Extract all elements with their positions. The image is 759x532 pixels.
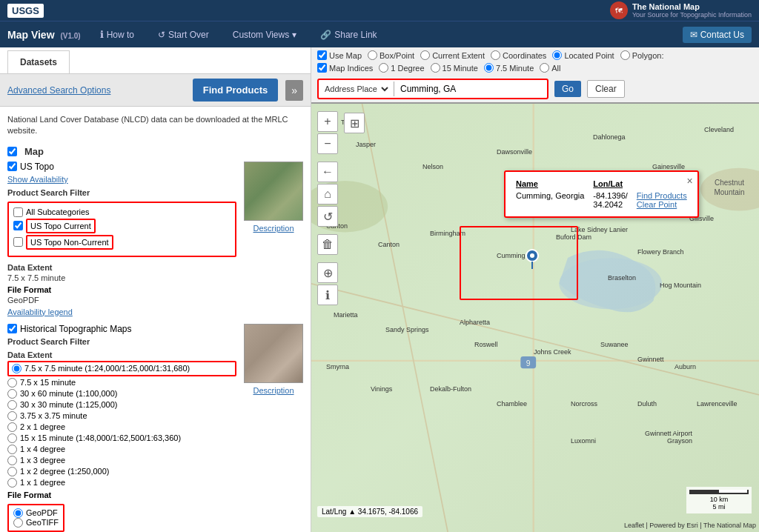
coordinates-radio-label: Coordinates bbox=[491, 50, 546, 60]
panel-content: National Land Cover Database (NLCD) data… bbox=[0, 107, 311, 532]
zoom-out-button[interactable]: − bbox=[317, 133, 338, 154]
lat-lng-toggle[interactable]: Lat/Lng ▲ bbox=[322, 508, 356, 516]
popup-coordinates: -84.1396/ 34.2042 bbox=[589, 190, 632, 210]
polygon-radio[interactable] bbox=[620, 50, 630, 60]
extent-option-0: 7.5 x 7.5 minute (1:24,000/1:25,000/1:31… bbox=[7, 361, 236, 376]
trash-button[interactable]: 🗑 bbox=[317, 234, 338, 255]
all-radio[interactable] bbox=[540, 63, 549, 73]
us-topo-non-current-item: US Topo Non-Current bbox=[13, 235, 231, 250]
popup-table: Name Lon/Lat Cumming, Georgia -84.1396/ … bbox=[511, 178, 692, 210]
15-min-radio-label: 15 Minute bbox=[431, 63, 478, 73]
all-subcategories-checkbox[interactable] bbox=[13, 207, 23, 217]
map-attribution: Leaflet | Powered by Esri | The National… bbox=[624, 522, 756, 529]
map-search-bar: Use Map Box/Point Current Extent Coordin… bbox=[311, 47, 759, 104]
map-search-row-2: Map Indices 1 Degree 15 Minute 7.5 Minut… bbox=[317, 63, 753, 99]
address-search-row: Address Place bbox=[317, 79, 548, 99]
layers-button[interactable]: ⊞ bbox=[344, 113, 365, 133]
geopdf-radio[interactable] bbox=[13, 508, 23, 518]
usgs-header: USGS 🗺 The National Map Your Source for … bbox=[0, 0, 759, 21]
popup-info-box: × Name Lon/Lat Cumming, Georgia bbox=[504, 170, 699, 218]
address-input[interactable] bbox=[397, 82, 546, 96]
us-topo-non-current-checkbox[interactable] bbox=[13, 237, 23, 247]
extent-radio-9[interactable] bbox=[7, 467, 17, 476]
extent-option-4: 3.75 x 3.75 minute bbox=[7, 411, 236, 421]
map-coordinates-bar[interactable]: Lat/Lng ▲ 34.1675, -84.1066 bbox=[317, 506, 422, 517]
us-topo-current-checkbox[interactable] bbox=[13, 221, 23, 230]
geotiff-radio[interactable] bbox=[13, 518, 23, 528]
1-degree-radio[interactable] bbox=[379, 63, 388, 73]
refresh-map-button[interactable]: ↺ bbox=[317, 206, 338, 227]
contact-us-button[interactable]: ✉ Contact Us bbox=[683, 27, 752, 43]
extent-radio-4[interactable] bbox=[7, 411, 17, 421]
coordinates-radio[interactable] bbox=[491, 50, 500, 60]
custom-views-nav-item[interactable]: Custom Views ▾ bbox=[228, 27, 301, 43]
nav-bar: Map View (V1.0) ℹ How to ↺ Start Over Cu… bbox=[0, 21, 759, 47]
scale-bar: 10 km 5 mi bbox=[686, 487, 752, 513]
chevron-down-icon: ▾ bbox=[292, 30, 296, 40]
popup-table-row: Cumming, Georgia -84.1396/ 34.2042 Find … bbox=[511, 190, 692, 210]
show-availability-link[interactable]: Show Availability bbox=[7, 175, 236, 184]
extent-radio-0[interactable] bbox=[12, 364, 21, 373]
extent-radio-1[interactable] bbox=[7, 378, 17, 388]
collapse-panel-button[interactable]: » bbox=[285, 80, 303, 101]
us-topo-checkbox[interactable] bbox=[7, 162, 17, 171]
use-map-checkbox[interactable] bbox=[317, 50, 327, 60]
find-products-button[interactable]: Find Products bbox=[193, 79, 278, 102]
main-layout: Datasets Advanced Search Options Find Pr… bbox=[0, 47, 759, 532]
map-indices-checkbox[interactable] bbox=[317, 63, 327, 73]
map-area[interactable]: 9 Talking Jasper Nelson Dawsonville bbox=[311, 104, 759, 532]
map-section-checkbox[interactable] bbox=[7, 147, 17, 156]
extent-option-1: 7.5 x 15 minute bbox=[7, 378, 236, 388]
home-button[interactable]: ⌂ bbox=[317, 184, 338, 205]
datasets-tab-button[interactable]: Datasets bbox=[7, 50, 70, 73]
15-min-radio[interactable] bbox=[431, 63, 440, 73]
left-panel: Datasets Advanced Search Options Find Pr… bbox=[0, 47, 311, 532]
extent-radio-2[interactable] bbox=[7, 389, 17, 399]
share-link-nav-item[interactable]: 🔗 Share Link bbox=[316, 27, 381, 43]
extent-radio-10[interactable] bbox=[7, 478, 17, 488]
extent-radio-6[interactable] bbox=[7, 433, 17, 443]
right-panel: Use Map Box/Point Current Extent Coordin… bbox=[311, 47, 759, 532]
product-search-filter-2-label: Product Search Filter bbox=[7, 337, 236, 346]
how-to-nav-item[interactable]: ℹ How to bbox=[96, 26, 139, 43]
extent-option-3: 30 x 30 minute (1:125,000) bbox=[7, 400, 236, 410]
availability-legend-link[interactable]: Availability legend bbox=[7, 307, 236, 316]
popup-close-button[interactable]: × bbox=[687, 175, 693, 187]
description-link-1[interactable]: Description bbox=[253, 224, 294, 233]
use-map-checkbox-label: Use Map bbox=[317, 50, 362, 60]
address-divider bbox=[394, 82, 394, 96]
start-over-nav-item[interactable]: ↺ Start Over bbox=[153, 27, 213, 43]
map-controls: + − ← ⌂ ↺ 🗑 ⊕ ℹ ⊞ bbox=[317, 111, 338, 305]
advanced-search-link[interactable]: Advanced Search Options bbox=[7, 85, 110, 96]
extent-radio-7[interactable] bbox=[7, 445, 17, 454]
us-topo-current-item: US Topo Current bbox=[13, 219, 231, 233]
address-type-select[interactable]: Address Place bbox=[320, 82, 391, 96]
data-extent-label: Data Extent bbox=[7, 263, 236, 272]
location-button[interactable]: ⊕ bbox=[317, 262, 338, 283]
extent-radio-3[interactable] bbox=[7, 400, 17, 410]
geopdf-option: GeoPDF bbox=[13, 508, 59, 518]
us-topo-label: US Topo bbox=[20, 162, 54, 172]
current-extent-radio-label: Current Extent bbox=[420, 50, 485, 60]
popup-clear-point-link[interactable]: Clear Point bbox=[637, 200, 677, 209]
svg-rect-10 bbox=[311, 104, 759, 532]
located-point-radio[interactable] bbox=[552, 50, 562, 60]
extent-radio-5[interactable] bbox=[7, 422, 17, 432]
polygon-radio-label: Polygon: bbox=[620, 50, 664, 60]
go-button[interactable]: Go bbox=[554, 81, 581, 97]
map-section-title: Map bbox=[7, 146, 303, 157]
info-map-button[interactable]: ℹ bbox=[317, 285, 338, 305]
box-point-radio[interactable] bbox=[368, 50, 377, 60]
pan-left-button[interactable]: ← bbox=[317, 162, 338, 182]
historical-topo-checkbox[interactable] bbox=[7, 324, 17, 333]
description-link-2[interactable]: Description bbox=[253, 386, 294, 395]
extent-option-9: 1 x 2 degree (1:250,000) bbox=[7, 467, 236, 476]
zoom-in-button[interactable]: + bbox=[317, 111, 338, 132]
refresh-icon: ↺ bbox=[158, 30, 165, 40]
extent-radio-8[interactable] bbox=[7, 456, 17, 465]
box-point-radio-label: Box/Point bbox=[368, 50, 414, 60]
popup-find-products-link[interactable]: Find Products bbox=[637, 191, 687, 200]
current-extent-radio[interactable] bbox=[420, 50, 430, 60]
clear-button[interactable]: Clear bbox=[587, 80, 625, 98]
7-5-min-radio[interactable] bbox=[484, 63, 494, 73]
